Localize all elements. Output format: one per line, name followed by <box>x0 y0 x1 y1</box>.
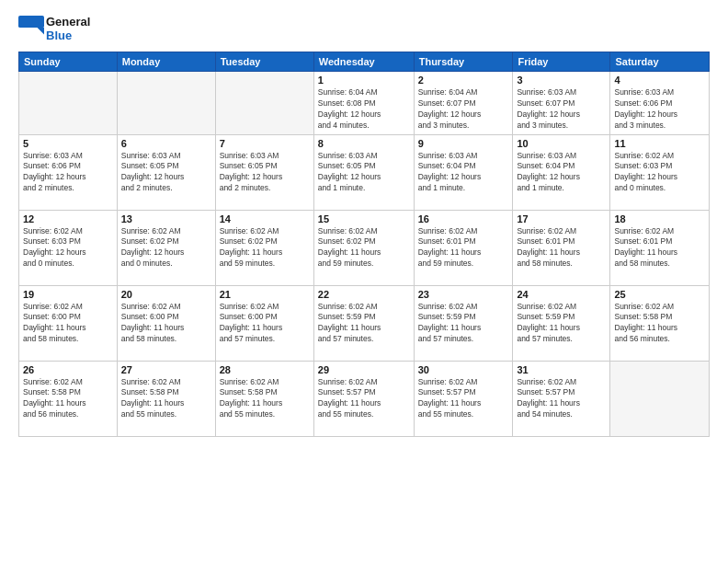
day-info: Sunrise: 6:02 AM Sunset: 6:00 PM Dayligh… <box>220 302 310 346</box>
day-number: 22 <box>318 289 410 300</box>
day-info: Sunrise: 6:02 AM Sunset: 6:01 PM Dayligh… <box>614 226 705 270</box>
logo-icon <box>18 16 44 41</box>
day-info: Sunrise: 6:02 AM Sunset: 6:02 PM Dayligh… <box>318 226 410 270</box>
calendar-cell <box>117 72 215 135</box>
header-thursday: Thursday <box>414 52 513 72</box>
header-sunday: Sunday <box>19 52 118 72</box>
day-number: 24 <box>517 289 606 300</box>
day-info: Sunrise: 6:03 AM Sunset: 6:06 PM Dayligh… <box>23 151 113 195</box>
day-number: 10 <box>517 138 606 149</box>
day-info: Sunrise: 6:02 AM Sunset: 6:02 PM Dayligh… <box>121 226 211 270</box>
day-number: 16 <box>418 213 509 224</box>
day-info: Sunrise: 6:02 AM Sunset: 5:59 PM Dayligh… <box>318 302 410 346</box>
day-number: 7 <box>220 138 310 149</box>
day-number: 11 <box>614 138 705 149</box>
day-number: 14 <box>220 213 310 224</box>
day-number: 6 <box>121 138 211 149</box>
day-number: 1 <box>318 75 410 86</box>
day-info: Sunrise: 6:03 AM Sunset: 6:04 PM Dayligh… <box>517 151 606 195</box>
day-info: Sunrise: 6:02 AM Sunset: 5:57 PM Dayligh… <box>418 377 509 421</box>
calendar-cell: 29Sunrise: 6:02 AM Sunset: 5:57 PM Dayli… <box>313 361 414 436</box>
calendar-cell: 10Sunrise: 6:03 AM Sunset: 6:04 PM Dayli… <box>513 134 610 210</box>
calendar-cell: 14Sunrise: 6:02 AM Sunset: 6:02 PM Dayli… <box>215 210 313 285</box>
day-number: 19 <box>23 289 113 300</box>
day-info: Sunrise: 6:02 AM Sunset: 6:00 PM Dayligh… <box>121 302 211 346</box>
day-number: 28 <box>220 364 310 375</box>
day-number: 30 <box>418 364 509 375</box>
calendar-cell <box>215 72 313 135</box>
day-info: Sunrise: 6:02 AM Sunset: 5:58 PM Dayligh… <box>121 377 211 421</box>
day-info: Sunrise: 6:03 AM Sunset: 6:05 PM Dayligh… <box>220 151 310 195</box>
calendar-cell: 15Sunrise: 6:02 AM Sunset: 6:02 PM Dayli… <box>313 210 414 285</box>
day-number: 21 <box>220 289 310 300</box>
calendar-cell: 7Sunrise: 6:03 AM Sunset: 6:05 PM Daylig… <box>215 134 313 210</box>
day-number: 15 <box>318 213 410 224</box>
logo: General Blue <box>18 15 90 42</box>
day-info: Sunrise: 6:02 AM Sunset: 5:59 PM Dayligh… <box>418 302 509 346</box>
day-info: Sunrise: 6:02 AM Sunset: 6:02 PM Dayligh… <box>220 226 310 270</box>
calendar-cell: 23Sunrise: 6:02 AM Sunset: 5:59 PM Dayli… <box>414 285 513 361</box>
calendar-week-row: 12Sunrise: 6:02 AM Sunset: 6:03 PM Dayli… <box>19 210 710 285</box>
day-info: Sunrise: 6:03 AM Sunset: 6:05 PM Dayligh… <box>121 151 211 195</box>
day-number: 4 <box>614 75 705 86</box>
header-friday: Friday <box>513 52 610 72</box>
day-info: Sunrise: 6:02 AM Sunset: 6:03 PM Dayligh… <box>614 151 705 195</box>
calendar-cell: 25Sunrise: 6:02 AM Sunset: 5:58 PM Dayli… <box>610 285 710 361</box>
calendar-cell: 11Sunrise: 6:02 AM Sunset: 6:03 PM Dayli… <box>610 134 710 210</box>
calendar-cell: 22Sunrise: 6:02 AM Sunset: 5:59 PM Dayli… <box>313 285 414 361</box>
day-info: Sunrise: 6:04 AM Sunset: 6:07 PM Dayligh… <box>418 87 509 132</box>
day-number: 27 <box>121 364 211 375</box>
day-number: 31 <box>517 364 606 375</box>
calendar-week-row: 19Sunrise: 6:02 AM Sunset: 6:00 PM Dayli… <box>19 285 710 361</box>
header-wednesday: Wednesday <box>313 52 414 72</box>
day-number: 17 <box>517 213 606 224</box>
calendar-cell: 16Sunrise: 6:02 AM Sunset: 6:01 PM Dayli… <box>414 210 513 285</box>
calendar-cell: 19Sunrise: 6:02 AM Sunset: 6:00 PM Dayli… <box>19 285 118 361</box>
calendar-cell: 31Sunrise: 6:02 AM Sunset: 5:57 PM Dayli… <box>513 361 610 436</box>
day-info: Sunrise: 6:02 AM Sunset: 5:57 PM Dayligh… <box>517 377 606 421</box>
calendar-cell: 24Sunrise: 6:02 AM Sunset: 5:59 PM Dayli… <box>513 285 610 361</box>
calendar-cell: 5Sunrise: 6:03 AM Sunset: 6:06 PM Daylig… <box>19 134 118 210</box>
day-number: 9 <box>418 138 509 149</box>
header-saturday: Saturday <box>610 52 710 72</box>
calendar-cell <box>19 72 118 135</box>
svg-rect-0 <box>18 16 44 28</box>
day-info: Sunrise: 6:02 AM Sunset: 5:58 PM Dayligh… <box>220 377 310 421</box>
day-info: Sunrise: 6:02 AM Sunset: 5:59 PM Dayligh… <box>517 302 606 346</box>
day-number: 2 <box>418 75 509 86</box>
day-info: Sunrise: 6:03 AM Sunset: 6:04 PM Dayligh… <box>418 151 509 195</box>
calendar-week-row: 5Sunrise: 6:03 AM Sunset: 6:06 PM Daylig… <box>19 134 710 210</box>
day-info: Sunrise: 6:02 AM Sunset: 6:03 PM Dayligh… <box>23 226 113 270</box>
calendar-cell: 1Sunrise: 6:04 AM Sunset: 6:08 PM Daylig… <box>313 72 414 135</box>
day-number: 8 <box>318 138 410 149</box>
day-info: Sunrise: 6:03 AM Sunset: 6:07 PM Dayligh… <box>517 87 606 132</box>
day-info: Sunrise: 6:02 AM Sunset: 5:58 PM Dayligh… <box>23 377 113 421</box>
day-number: 26 <box>23 364 113 375</box>
day-number: 23 <box>418 289 509 300</box>
calendar-cell: 6Sunrise: 6:03 AM Sunset: 6:05 PM Daylig… <box>117 134 215 210</box>
calendar-cell: 27Sunrise: 6:02 AM Sunset: 5:58 PM Dayli… <box>117 361 215 436</box>
svg-marker-1 <box>38 28 44 34</box>
calendar-week-row: 26Sunrise: 6:02 AM Sunset: 5:58 PM Dayli… <box>19 361 710 436</box>
day-info: Sunrise: 6:03 AM Sunset: 6:05 PM Dayligh… <box>318 151 410 195</box>
day-info: Sunrise: 6:02 AM Sunset: 6:01 PM Dayligh… <box>517 226 606 270</box>
day-number: 3 <box>517 75 606 86</box>
day-info: Sunrise: 6:04 AM Sunset: 6:08 PM Dayligh… <box>318 87 410 132</box>
calendar-cell: 21Sunrise: 6:02 AM Sunset: 6:00 PM Dayli… <box>215 285 313 361</box>
calendar-cell: 18Sunrise: 6:02 AM Sunset: 6:01 PM Dayli… <box>610 210 710 285</box>
logo-text: General Blue <box>46 15 90 42</box>
calendar-cell: 26Sunrise: 6:02 AM Sunset: 5:58 PM Dayli… <box>19 361 118 436</box>
day-number: 13 <box>121 213 211 224</box>
day-number: 29 <box>318 364 410 375</box>
calendar-cell: 13Sunrise: 6:02 AM Sunset: 6:02 PM Dayli… <box>117 210 215 285</box>
day-info: Sunrise: 6:02 AM Sunset: 6:01 PM Dayligh… <box>418 226 509 270</box>
day-number: 12 <box>23 213 113 224</box>
calendar-table: Sunday Monday Tuesday Wednesday Thursday… <box>18 52 710 437</box>
day-number: 18 <box>614 213 705 224</box>
header: General Blue <box>18 15 710 42</box>
day-info: Sunrise: 6:02 AM Sunset: 5:58 PM Dayligh… <box>614 302 705 346</box>
day-number: 20 <box>121 289 211 300</box>
day-info: Sunrise: 6:02 AM Sunset: 6:00 PM Dayligh… <box>23 302 113 346</box>
calendar-cell <box>610 361 710 436</box>
calendar-cell: 8Sunrise: 6:03 AM Sunset: 6:05 PM Daylig… <box>313 134 414 210</box>
